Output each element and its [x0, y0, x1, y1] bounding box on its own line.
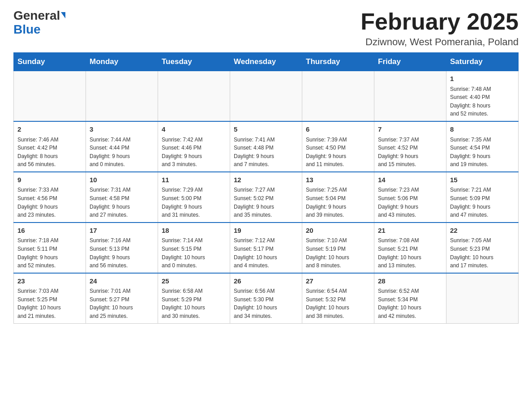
- day-number: 21: [378, 226, 442, 236]
- calendar-cell: 15Sunrise: 7:21 AM Sunset: 5:09 PM Dayli…: [446, 172, 519, 223]
- day-number: 10: [90, 175, 154, 185]
- calendar-cell: 19Sunrise: 7:12 AM Sunset: 5:17 PM Dayli…: [230, 223, 302, 273]
- calendar-cell: 2Sunrise: 7:46 AM Sunset: 4:42 PM Daylig…: [14, 121, 86, 172]
- day-number: 6: [306, 124, 370, 135]
- calendar-cell: 20Sunrise: 7:10 AM Sunset: 5:19 PM Dayli…: [302, 223, 374, 273]
- calendar-cell: 9Sunrise: 7:33 AM Sunset: 4:56 PM Daylig…: [14, 172, 86, 223]
- day-info: Sunrise: 6:56 AM Sunset: 5:30 PM Dayligh…: [234, 287, 298, 320]
- calendar-cell: 4Sunrise: 7:42 AM Sunset: 4:46 PM Daylig…: [158, 121, 230, 172]
- day-number: 20: [306, 226, 370, 236]
- day-number: 14: [378, 175, 442, 185]
- day-info: Sunrise: 7:31 AM Sunset: 4:58 PM Dayligh…: [90, 186, 154, 219]
- calendar-cell: 28Sunrise: 6:52 AM Sunset: 5:34 PM Dayli…: [374, 273, 446, 323]
- day-number: 8: [450, 124, 515, 135]
- calendar-week-row: 2Sunrise: 7:46 AM Sunset: 4:42 PM Daylig…: [14, 121, 519, 172]
- calendar-cell: 27Sunrise: 6:54 AM Sunset: 5:32 PM Dayli…: [302, 273, 374, 323]
- calendar-cell: 1Sunrise: 7:48 AM Sunset: 4:40 PM Daylig…: [446, 71, 519, 121]
- calendar-cell: 14Sunrise: 7:23 AM Sunset: 5:06 PM Dayli…: [374, 172, 446, 223]
- calendar-cell: 3Sunrise: 7:44 AM Sunset: 4:44 PM Daylig…: [86, 121, 158, 172]
- day-info: Sunrise: 6:58 AM Sunset: 5:29 PM Dayligh…: [162, 287, 226, 320]
- logo-triangle-icon: [61, 12, 65, 18]
- day-number: 2: [17, 124, 82, 135]
- day-number: 16: [17, 226, 82, 236]
- calendar-cell: [14, 71, 86, 121]
- day-number: 1: [450, 74, 515, 84]
- weekday-header-sunday: Sunday: [14, 53, 86, 71]
- calendar-week-row: 9Sunrise: 7:33 AM Sunset: 4:56 PM Daylig…: [14, 172, 519, 223]
- weekday-header-saturday: Saturday: [446, 53, 519, 71]
- day-info: Sunrise: 6:52 AM Sunset: 5:34 PM Dayligh…: [378, 287, 442, 320]
- day-info: Sunrise: 6:54 AM Sunset: 5:32 PM Dayligh…: [306, 287, 370, 320]
- day-number: 9: [17, 175, 82, 185]
- day-number: 22: [450, 226, 515, 236]
- day-info: Sunrise: 7:39 AM Sunset: 4:50 PM Dayligh…: [306, 136, 370, 169]
- day-info: Sunrise: 7:12 AM Sunset: 5:17 PM Dayligh…: [234, 236, 298, 270]
- calendar-cell: 26Sunrise: 6:56 AM Sunset: 5:30 PM Dayli…: [230, 273, 302, 323]
- day-info: Sunrise: 7:25 AM Sunset: 5:04 PM Dayligh…: [306, 186, 370, 219]
- day-info: Sunrise: 7:41 AM Sunset: 4:48 PM Dayligh…: [234, 136, 298, 169]
- day-number: 18: [162, 226, 226, 236]
- calendar-cell: 13Sunrise: 7:25 AM Sunset: 5:04 PM Dayli…: [302, 172, 374, 223]
- logo: GeneralBlue: [13, 9, 65, 37]
- calendar-cell: 25Sunrise: 6:58 AM Sunset: 5:29 PM Dayli…: [158, 273, 230, 323]
- day-number: 27: [306, 276, 370, 287]
- calendar-cell: 22Sunrise: 7:05 AM Sunset: 5:23 PM Dayli…: [446, 223, 519, 273]
- calendar-week-row: 1Sunrise: 7:48 AM Sunset: 4:40 PM Daylig…: [14, 71, 519, 121]
- calendar-cell: 16Sunrise: 7:18 AM Sunset: 5:11 PM Dayli…: [14, 223, 86, 273]
- day-number: 5: [234, 124, 298, 135]
- calendar-cell: 10Sunrise: 7:31 AM Sunset: 4:58 PM Dayli…: [86, 172, 158, 223]
- day-info: Sunrise: 7:27 AM Sunset: 5:02 PM Dayligh…: [234, 186, 298, 219]
- day-number: 3: [90, 124, 154, 135]
- calendar-cell: [230, 71, 302, 121]
- day-number: 25: [162, 276, 226, 287]
- calendar-cell: 23Sunrise: 7:03 AM Sunset: 5:25 PM Dayli…: [14, 273, 86, 323]
- logo-text: GeneralBlue: [13, 9, 65, 37]
- day-number: 28: [378, 276, 442, 287]
- day-number: 12: [234, 175, 298, 185]
- calendar-cell: 17Sunrise: 7:16 AM Sunset: 5:13 PM Dayli…: [86, 223, 158, 273]
- weekday-header-monday: Monday: [86, 53, 158, 71]
- day-number: 4: [162, 124, 226, 135]
- calendar-week-row: 16Sunrise: 7:18 AM Sunset: 5:11 PM Dayli…: [14, 223, 519, 273]
- day-info: Sunrise: 7:44 AM Sunset: 4:44 PM Dayligh…: [90, 136, 154, 169]
- day-info: Sunrise: 7:48 AM Sunset: 4:40 PM Dayligh…: [450, 85, 515, 118]
- day-number: 23: [17, 276, 82, 287]
- day-info: Sunrise: 7:46 AM Sunset: 4:42 PM Dayligh…: [17, 136, 82, 169]
- day-number: 19: [234, 226, 298, 236]
- calendar-cell: 5Sunrise: 7:41 AM Sunset: 4:48 PM Daylig…: [230, 121, 302, 172]
- weekday-header-tuesday: Tuesday: [158, 53, 230, 71]
- calendar-cell: [302, 71, 374, 121]
- day-info: Sunrise: 7:37 AM Sunset: 4:52 PM Dayligh…: [378, 136, 442, 169]
- main-title: February 2025: [360, 9, 519, 34]
- day-info: Sunrise: 7:18 AM Sunset: 5:11 PM Dayligh…: [17, 236, 82, 270]
- calendar-week-row: 23Sunrise: 7:03 AM Sunset: 5:25 PM Dayli…: [14, 273, 519, 323]
- logo-blue-text: Blue: [13, 22, 41, 36]
- page-header: GeneralBlue February 2025 Dziwnow, West …: [13, 9, 519, 48]
- day-info: Sunrise: 7:05 AM Sunset: 5:23 PM Dayligh…: [450, 236, 515, 270]
- day-number: 26: [234, 276, 298, 287]
- calendar-cell: 6Sunrise: 7:39 AM Sunset: 4:50 PM Daylig…: [302, 121, 374, 172]
- calendar-cell: 18Sunrise: 7:14 AM Sunset: 5:15 PM Dayli…: [158, 223, 230, 273]
- calendar-cell: [86, 71, 158, 121]
- day-number: 13: [306, 175, 370, 185]
- calendar-cell: 11Sunrise: 7:29 AM Sunset: 5:00 PM Dayli…: [158, 172, 230, 223]
- day-info: Sunrise: 7:14 AM Sunset: 5:15 PM Dayligh…: [162, 236, 226, 270]
- calendar-cell: [374, 71, 446, 121]
- weekday-header-friday: Friday: [374, 53, 446, 71]
- calendar-cell: 12Sunrise: 7:27 AM Sunset: 5:02 PM Dayli…: [230, 172, 302, 223]
- day-number: 7: [378, 124, 442, 135]
- calendar-cell: 7Sunrise: 7:37 AM Sunset: 4:52 PM Daylig…: [374, 121, 446, 172]
- weekday-header-thursday: Thursday: [302, 53, 374, 71]
- day-number: 24: [90, 276, 154, 287]
- weekday-header-row: SundayMondayTuesdayWednesdayThursdayFrid…: [14, 53, 519, 71]
- day-number: 11: [162, 175, 226, 185]
- day-info: Sunrise: 7:08 AM Sunset: 5:21 PM Dayligh…: [378, 236, 442, 270]
- day-number: 15: [450, 175, 515, 185]
- title-block: February 2025 Dziwnow, West Pomerania, P…: [360, 9, 519, 48]
- day-number: 17: [90, 226, 154, 236]
- calendar-cell: [158, 71, 230, 121]
- day-info: Sunrise: 7:01 AM Sunset: 5:27 PM Dayligh…: [90, 287, 154, 320]
- subtitle: Dziwnow, West Pomerania, Poland: [360, 36, 519, 48]
- calendar-cell: 24Sunrise: 7:01 AM Sunset: 5:27 PM Dayli…: [86, 273, 158, 323]
- calendar-cell: 21Sunrise: 7:08 AM Sunset: 5:21 PM Dayli…: [374, 223, 446, 273]
